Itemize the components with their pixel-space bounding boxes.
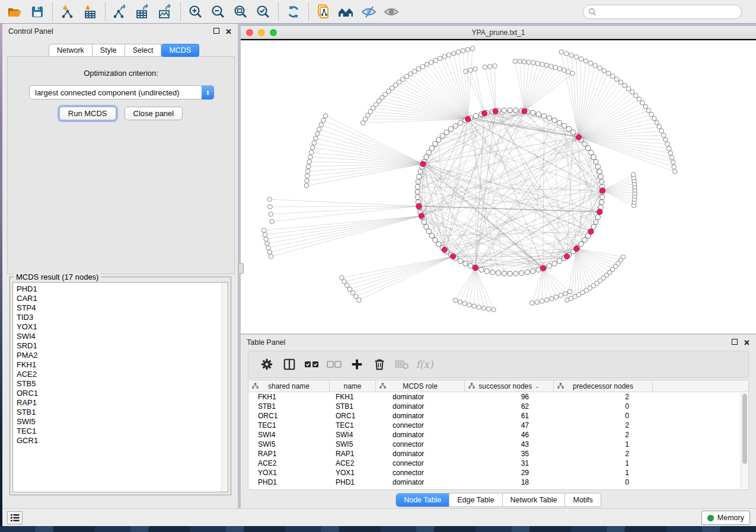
close-panel-button[interactable]: Close panel xyxy=(125,107,183,120)
mcds-hub-node[interactable] xyxy=(450,254,455,259)
mcds-result-item[interactable]: ACE2 xyxy=(17,370,228,379)
mcds-hub-node[interactable] xyxy=(599,188,605,193)
export-image-icon[interactable] xyxy=(154,2,177,22)
mcds-result-item[interactable]: CAR1 xyxy=(17,294,228,303)
leaf-node[interactable] xyxy=(465,47,470,52)
ring-node[interactable] xyxy=(440,133,445,138)
leaf-node[interactable] xyxy=(544,63,549,68)
leaf-node[interactable] xyxy=(442,55,447,59)
ring-node[interactable] xyxy=(416,180,420,184)
delete-column-trash-icon[interactable] xyxy=(369,354,390,375)
table-row[interactable]: ACE2ACE2connector311 xyxy=(248,459,748,468)
leaf-node[interactable] xyxy=(412,69,417,74)
tab-edge-table[interactable]: Edge Table xyxy=(449,493,502,507)
mcds-hub-node[interactable] xyxy=(574,246,579,251)
leaf-node[interactable] xyxy=(672,165,677,169)
leaf-node[interactable] xyxy=(669,155,674,160)
leaf-node[interactable] xyxy=(488,64,493,69)
mcds-result-item[interactable]: YOX1 xyxy=(17,322,228,332)
leaf-node[interactable] xyxy=(470,46,475,51)
mcds-hub-node[interactable] xyxy=(576,134,581,140)
import-table-icon[interactable] xyxy=(79,2,101,22)
leaf-node[interactable] xyxy=(574,55,579,59)
save-session-icon[interactable] xyxy=(26,2,49,22)
leaf-node[interactable] xyxy=(630,90,634,95)
tab-style[interactable]: Style xyxy=(92,44,125,57)
leaf-node[interactable] xyxy=(606,71,611,76)
ring-node[interactable] xyxy=(415,190,420,194)
ring-node[interactable] xyxy=(579,242,583,246)
leaf-node[interactable] xyxy=(269,254,273,259)
leaf-node[interactable] xyxy=(416,67,421,72)
ring-node[interactable] xyxy=(536,112,541,117)
table-row[interactable]: ORC1ORC1dominator610 xyxy=(248,411,748,421)
table-row[interactable]: TEC1TEC1connector472 xyxy=(248,421,748,430)
ring-node[interactable] xyxy=(589,150,594,155)
leaf-node[interactable] xyxy=(611,74,615,79)
ring-node[interactable] xyxy=(502,108,506,113)
leaf-node[interactable] xyxy=(323,114,328,118)
leaf-node[interactable] xyxy=(549,64,554,69)
show-column-panel-icon[interactable] xyxy=(279,354,299,375)
leaf-node[interactable] xyxy=(623,83,627,88)
ring-node[interactable] xyxy=(508,271,512,276)
leaf-node[interactable] xyxy=(649,112,654,117)
table-settings-gear-icon[interactable] xyxy=(257,354,277,375)
mcds-result-item[interactable]: SRD1 xyxy=(17,341,228,351)
leaf-node[interactable] xyxy=(266,246,271,251)
leaf-node[interactable] xyxy=(667,146,672,151)
table-panel-close-button[interactable]: ✕ xyxy=(744,339,750,347)
ring-node[interactable] xyxy=(496,271,500,275)
leaf-node[interactable] xyxy=(569,53,574,57)
ring-node[interactable] xyxy=(490,270,495,274)
splitter-grip[interactable] xyxy=(238,263,244,274)
tab-network[interactable]: Network xyxy=(49,44,92,57)
ring-node[interactable] xyxy=(552,118,557,123)
ring-node[interactable] xyxy=(418,169,423,174)
ring-node[interactable] xyxy=(571,130,576,134)
leaf-node[interactable] xyxy=(646,108,651,113)
leaf-node[interactable] xyxy=(304,184,309,188)
ring-node[interactable] xyxy=(433,142,438,146)
leaf-node[interactable] xyxy=(319,123,324,127)
leaf-node[interactable] xyxy=(633,94,638,98)
mcds-result-item[interactable]: PHD1 xyxy=(17,284,228,294)
leaf-node[interactable] xyxy=(562,68,567,73)
add-column-icon[interactable] xyxy=(347,354,367,375)
ring-node[interactable] xyxy=(479,267,484,272)
ring-node[interactable] xyxy=(513,108,518,113)
tab-node-table[interactable]: Node Table xyxy=(396,493,449,507)
ring-node[interactable] xyxy=(594,159,598,164)
mcds-result-item[interactable]: FKH1 xyxy=(17,360,228,370)
leaf-node[interactable] xyxy=(463,69,468,74)
leaf-node[interactable] xyxy=(492,307,496,312)
leaf-node[interactable] xyxy=(668,151,673,156)
leaf-node[interactable] xyxy=(618,80,623,85)
mcds-hub-node[interactable] xyxy=(419,213,424,219)
leaf-node[interactable] xyxy=(425,62,429,67)
criterion-dropdown[interactable]: largest connected component (undirected)… xyxy=(29,85,214,100)
leaf-node[interactable] xyxy=(637,97,642,102)
leaf-node[interactable] xyxy=(308,155,313,159)
leaf-node[interactable] xyxy=(570,71,575,76)
tab-motifs[interactable]: Motifs xyxy=(564,493,600,507)
ring-node[interactable] xyxy=(484,269,489,274)
ring-node[interactable] xyxy=(426,150,431,155)
ring-node[interactable] xyxy=(562,123,567,128)
leaf-node[interactable] xyxy=(559,293,563,298)
network-search-box[interactable] xyxy=(583,5,742,19)
ring-node[interactable] xyxy=(519,271,524,275)
search-input[interactable] xyxy=(599,6,741,18)
leaf-node[interactable] xyxy=(566,69,571,74)
ring-node[interactable] xyxy=(415,195,420,200)
leaf-node[interactable] xyxy=(477,305,481,310)
leaf-node[interactable] xyxy=(664,137,668,142)
leaf-node[interactable] xyxy=(672,169,677,174)
window-minimize-icon[interactable] xyxy=(258,29,265,36)
leaf-node[interactable] xyxy=(640,101,645,105)
leaf-node[interactable] xyxy=(472,304,477,309)
ring-node[interactable] xyxy=(591,155,596,159)
memory-button[interactable]: Memory xyxy=(701,511,750,525)
leaf-node[interactable] xyxy=(261,228,266,233)
ring-node[interactable] xyxy=(424,225,429,229)
